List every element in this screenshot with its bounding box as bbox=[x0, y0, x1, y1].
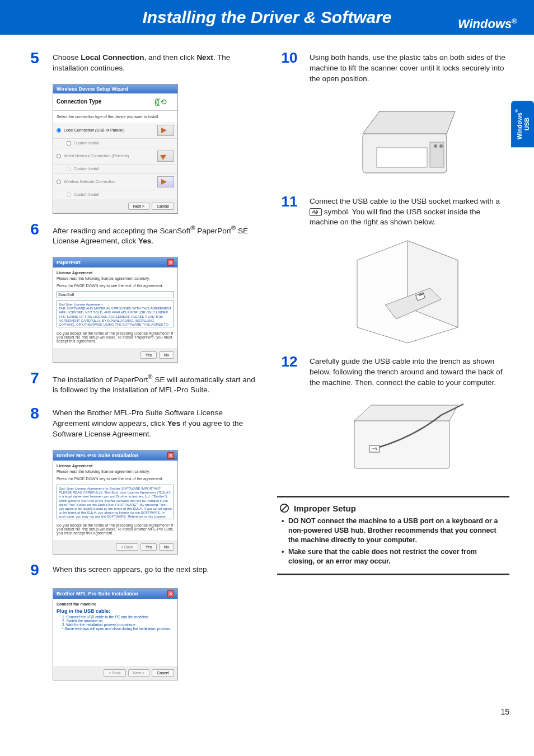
step-9-text: When this screen appears, go to the next… bbox=[53, 562, 209, 575]
svg-marker-1 bbox=[363, 111, 455, 134]
wired-custom-install: Custom Install bbox=[53, 165, 177, 174]
step-8-text: When the Brother MFL-Pro Suite Software … bbox=[53, 406, 257, 440]
dialog1-titlebar: Wireless Device Setup Wizard bbox=[53, 84, 177, 93]
dialog3-confirm: Do you accept all the terms of the prece… bbox=[57, 522, 174, 537]
svg-point-4 bbox=[434, 144, 437, 148]
svg-point-5 bbox=[439, 144, 443, 148]
wireless-thumb-icon bbox=[157, 176, 174, 187]
next-button: Next > bbox=[128, 669, 149, 677]
right-column: 10 Using both hands, use the plastic tab… bbox=[277, 50, 509, 688]
step-6: 6 After reading and accepting the ScanSo… bbox=[25, 222, 257, 247]
step-8-number: 8 bbox=[25, 406, 45, 421]
improper-bullet-2: Make sure that the cable does not restri… bbox=[282, 547, 505, 566]
next-button[interactable]: Next > bbox=[128, 203, 149, 210]
wired-radio[interactable] bbox=[57, 154, 61, 158]
connection-type-heading: Connection Type bbox=[57, 98, 101, 105]
usb-symbol-icon bbox=[310, 208, 322, 216]
dialog1-buttons: Next > Cancel bbox=[53, 199, 177, 213]
plug-list: 1. Connect the USB cable to the PC and t… bbox=[57, 615, 174, 631]
back-button: < Back bbox=[116, 543, 138, 551]
dialog4-buttons: < Back Next > Cancel bbox=[53, 666, 177, 680]
side-tab-line1: Windows® bbox=[516, 109, 523, 139]
cancel-button[interactable]: Cancel bbox=[152, 669, 174, 677]
svg-rect-11 bbox=[354, 421, 449, 468]
step-10-number: 10 bbox=[277, 50, 302, 65]
banner-os: Windows® bbox=[458, 17, 517, 31]
dialog2-titlebar: PaperPort × bbox=[53, 257, 177, 267]
dialog2-title-text: PaperPort bbox=[57, 260, 81, 265]
close-icon[interactable]: × bbox=[167, 259, 174, 266]
dialog3-title-text: Brother MFL-Pro Suite Installation bbox=[57, 453, 138, 458]
local-radio[interactable] bbox=[57, 128, 61, 133]
left-column: 5 Choose Local Connection, and then clic… bbox=[25, 50, 257, 688]
step-7: 7 The installation of PaperPort® SE will… bbox=[25, 370, 257, 396]
step-5-number: 5 bbox=[25, 50, 45, 66]
yes-button[interactable]: Yes bbox=[140, 351, 157, 359]
dialog2-instruct1: Please read the following license agreem… bbox=[57, 275, 174, 282]
wired-network-option[interactable]: Wired Network Connection (Ethernet) bbox=[53, 148, 177, 165]
wireless-network-option[interactable]: Wireless Network Connection bbox=[53, 174, 177, 190]
improper-list: DO NOT connect the machine to a USB port… bbox=[279, 516, 507, 566]
dialog2-instruct2: Press the PAGE DOWN key to see the rest … bbox=[57, 282, 174, 289]
wired-custom-checkbox bbox=[67, 167, 71, 171]
dialog2-lic-heading: End User License Agreement bbox=[59, 303, 172, 307]
step-10-text: Using both hands, use the plastic tabs o… bbox=[310, 50, 509, 84]
printer-open-icon bbox=[346, 95, 469, 184]
registered-mark: ® bbox=[512, 17, 517, 25]
prohibit-icon bbox=[279, 503, 289, 513]
step-6-text: After reading and accepting the ScanSoft… bbox=[53, 222, 257, 247]
dialog1-title-text: Wireless Device Setup Wizard bbox=[57, 86, 128, 92]
plug-note: * Some windows will open and close durin… bbox=[62, 627, 174, 631]
local-connection-option[interactable]: Local Connection (USB or Parallel) bbox=[53, 123, 177, 139]
plug-l3: 3. Wait for the installation process to … bbox=[62, 623, 174, 627]
svg-line-15 bbox=[282, 505, 288, 511]
yes-button[interactable]: Yes bbox=[140, 543, 157, 551]
step-7-number: 7 bbox=[25, 370, 45, 386]
dialog4-titlebar: Brother MFL-Pro Suite Installation × bbox=[53, 589, 177, 599]
close-icon[interactable]: × bbox=[167, 452, 174, 459]
back-button: < Back bbox=[104, 669, 126, 677]
dialog3-buttons: < Back Yes No bbox=[53, 540, 177, 554]
step-5: 5 Choose Local Connection, and then clic… bbox=[25, 50, 257, 74]
no-button[interactable]: No bbox=[159, 351, 174, 359]
step-11-number: 11 bbox=[277, 194, 302, 209]
dialog3-heading: License Agreement bbox=[57, 464, 92, 468]
dialog3-instruct1: Please read the following license agreem… bbox=[57, 468, 174, 475]
dialog2-buttons: Yes No bbox=[53, 348, 177, 362]
banner-title-text: Installing the Driver & Software bbox=[142, 8, 391, 26]
step-12-text: Carefully guide the USB cable into the t… bbox=[310, 354, 509, 388]
svg-point-6 bbox=[312, 212, 313, 213]
wireless-custom-install: Custom Install bbox=[53, 190, 177, 199]
plug-heading: Plug in the USB cable: bbox=[57, 608, 174, 614]
banner-title: Installing the Driver & Software bbox=[22, 8, 512, 27]
connection-type-dialog: Wireless Device Setup Wizard Connection … bbox=[53, 84, 178, 214]
step-12: 12 Carefully guide the USB cable into th… bbox=[277, 354, 509, 388]
local-custom-install[interactable]: Custom Install bbox=[53, 139, 177, 148]
dialog2-heading: License Agreement bbox=[57, 271, 92, 275]
local-custom-checkbox[interactable] bbox=[67, 141, 71, 145]
dialog2-brand: ScanSoft bbox=[57, 291, 174, 298]
dialog2-confirm: Do you accept all the terms of the prece… bbox=[57, 330, 174, 345]
scanner-open-illustration bbox=[305, 95, 509, 186]
improper-title: Improper Setup bbox=[279, 503, 507, 513]
connect-machine-dialog: Brother MFL-Pro Suite Installation × Con… bbox=[53, 588, 178, 680]
wireless-custom-checkbox bbox=[67, 192, 71, 197]
dialog3-instruct2: Press the PAGE DOWN key to see the rest … bbox=[57, 475, 174, 482]
dialog1-header: Connection Type ((( ⟲ bbox=[53, 93, 177, 111]
step-9-number: 9 bbox=[25, 562, 45, 578]
wireless-radio[interactable] bbox=[57, 180, 61, 184]
step-11: 11 Connect the USB cable to the USB sock… bbox=[277, 194, 509, 228]
step-12-number: 12 bbox=[277, 354, 302, 369]
step-7-text: The installation of PaperPort® SE will a… bbox=[53, 370, 257, 396]
side-tab-line2: USB bbox=[523, 109, 531, 139]
step-5-text: Choose Local Connection, and then click … bbox=[53, 50, 257, 74]
plug-l2: 2. Switch the machine on. bbox=[62, 619, 174, 623]
dialog3-titlebar: Brother MFL-Pro Suite Installation × bbox=[53, 450, 177, 461]
close-icon[interactable]: × bbox=[167, 590, 174, 597]
cancel-button[interactable]: Cancel bbox=[152, 203, 174, 210]
page-number: 15 bbox=[0, 694, 534, 716]
side-tab: Windows® USB bbox=[511, 101, 534, 147]
improper-setup-box: Improper Setup DO NOT connect the machin… bbox=[277, 496, 509, 575]
step-6-number: 6 bbox=[25, 222, 45, 237]
no-button[interactable]: No bbox=[159, 543, 174, 551]
